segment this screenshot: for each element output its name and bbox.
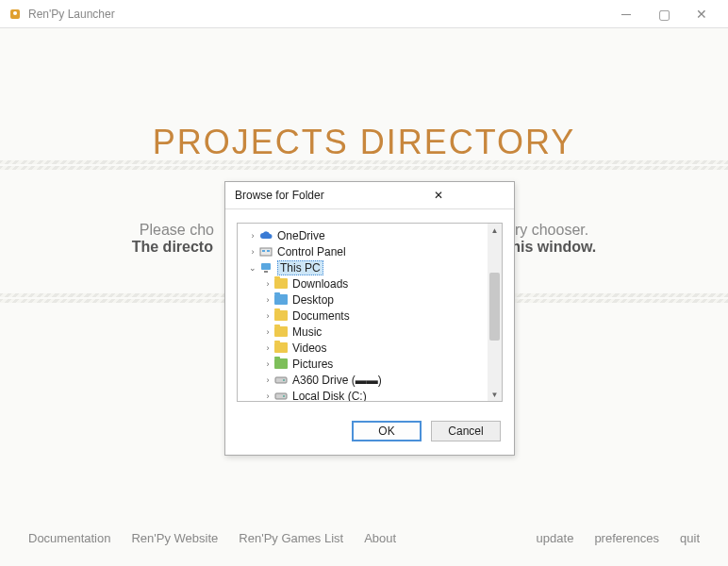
cancel-button[interactable]: Cancel (431, 421, 501, 441)
dialog-buttons: OK Cancel (225, 411, 514, 455)
minimize-button[interactable]: ─ (607, 0, 645, 28)
expand-toggle-icon[interactable]: › (262, 391, 273, 401)
svg-rect-6 (264, 271, 268, 273)
tree-item-label: OneDrive (277, 229, 325, 242)
footer-link-games-list[interactable]: Ren'Py Games List (239, 531, 343, 545)
footer-link-preferences[interactable]: preferences (594, 531, 659, 545)
folder-yellow-icon (273, 341, 289, 355)
disk-icon (273, 390, 289, 403)
scroll-thumb[interactable] (489, 273, 500, 341)
app-body: PROJECTS DIRECTORY Please cho ry chooser… (0, 28, 728, 566)
disk-icon (273, 374, 289, 387)
tree-item[interactable]: ⌄This PC (238, 259, 502, 275)
scrollbar[interactable]: ▲ ▼ (488, 224, 502, 401)
folder-yellow-icon (273, 325, 289, 339)
footer-link-about[interactable]: About (364, 531, 396, 545)
svg-rect-2 (260, 248, 272, 256)
tree-item[interactable]: ›Videos (238, 340, 502, 356)
expand-toggle-icon[interactable]: › (262, 311, 273, 321)
tree-item-label: Documents (292, 309, 350, 323)
expand-toggle-icon[interactable]: › (247, 247, 258, 257)
expand-toggle-icon[interactable]: › (262, 279, 273, 289)
app-icon (8, 7, 23, 22)
msg-part: Please cho (140, 222, 214, 238)
pc-icon (258, 261, 273, 275)
tree-item[interactable]: ›Music (238, 324, 502, 340)
expand-toggle-icon[interactable]: ⌄ (247, 263, 258, 273)
msg-part: The directo (132, 239, 213, 255)
expand-toggle-icon[interactable]: › (262, 343, 273, 353)
folder-yellow-icon (273, 277, 289, 291)
browse-folder-dialog: Browse for Folder ✕ ›OneDrive›Control Pa… (224, 181, 515, 456)
tree-item-label: Videos (292, 341, 326, 355)
msg-part: this window. (506, 239, 596, 255)
cloud-icon (258, 229, 273, 242)
tree-item[interactable]: ›A360 Drive (▬▬) (238, 372, 502, 388)
svg-rect-9 (275, 393, 287, 399)
page-heading: PROJECTS DIRECTORY (0, 28, 728, 162)
tree-item-label: This PC (277, 260, 323, 275)
footer-link-documentation[interactable]: Documentation (28, 531, 110, 545)
tree-item[interactable]: ›Local Disk (C:) (238, 388, 502, 402)
tree-item[interactable]: ›OneDrive (238, 227, 502, 243)
folder-yellow-icon (273, 309, 289, 323)
svg-point-10 (283, 395, 285, 397)
titlebar: Ren'Py Launcher ─ ▢ ✕ (0, 0, 728, 28)
expand-toggle-icon[interactable]: › (262, 359, 273, 369)
tree-item[interactable]: ›Control Panel (238, 243, 502, 259)
tree-item-label: Pictures (292, 358, 333, 371)
expand-toggle-icon[interactable]: › (262, 327, 273, 337)
expand-toggle-icon[interactable]: › (262, 375, 273, 385)
folder-green-icon (273, 358, 289, 371)
tree-item[interactable]: ›Downloads (238, 275, 502, 291)
footer-link-update[interactable]: update (537, 531, 574, 545)
folder-blue-icon (273, 293, 289, 307)
tree-item-label: Downloads (292, 277, 348, 291)
window-title: Ren'Py Launcher (28, 8, 607, 21)
dialog-close-button[interactable]: ✕ (371, 188, 506, 203)
tree-item-label: Local Disk (C:) (292, 390, 367, 403)
footer-link-website[interactable]: Ren'Py Website (131, 531, 218, 545)
svg-point-8 (283, 379, 285, 381)
svg-rect-3 (262, 250, 265, 252)
dialog-title: Browse for Folder (235, 189, 371, 202)
divider (0, 166, 728, 170)
svg-rect-5 (261, 263, 271, 270)
tree-item[interactable]: ›Pictures (238, 356, 502, 372)
close-button[interactable]: ✕ (683, 0, 720, 28)
panel-icon (258, 245, 273, 258)
footer-nav: Documentation Ren'Py Website Ren'Py Game… (0, 531, 728, 545)
expand-toggle-icon[interactable]: › (262, 295, 273, 305)
tree-item-label: Control Panel (277, 245, 346, 258)
tree-item[interactable]: ›Desktop (238, 291, 502, 308)
expand-toggle-icon[interactable]: › (247, 231, 258, 241)
ok-button[interactable]: OK (352, 421, 422, 441)
tree-item[interactable]: ›Documents (238, 308, 502, 324)
svg-rect-7 (275, 377, 287, 383)
tree-item-label: A360 Drive (▬▬) (292, 374, 382, 387)
scroll-up-icon[interactable]: ▲ (488, 224, 502, 237)
maximize-button[interactable]: ▢ (645, 0, 683, 28)
window-controls: ─ ▢ ✕ (607, 0, 720, 28)
tree-item-label: Desktop (292, 293, 334, 307)
tree-item-label: Music (292, 325, 322, 339)
svg-point-1 (13, 11, 17, 15)
footer-link-quit[interactable]: quit (680, 531, 700, 545)
folder-tree[interactable]: ›OneDrive›Control Panel⌄This PC›Download… (237, 223, 503, 402)
msg-part: ry chooser. (515, 222, 588, 238)
dialog-titlebar: Browse for Folder ✕ (225, 182, 514, 209)
svg-rect-4 (267, 250, 270, 252)
scroll-down-icon[interactable]: ▼ (488, 388, 502, 401)
